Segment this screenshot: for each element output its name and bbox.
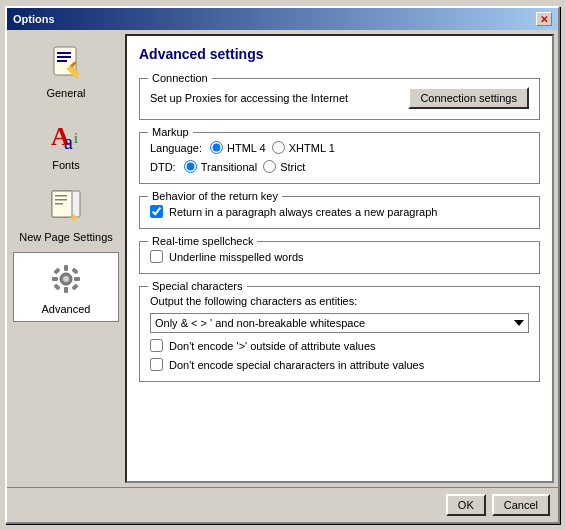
svg-rect-3 [57,60,67,62]
connection-legend: Connection [148,72,212,84]
svg-rect-16 [55,195,67,197]
html4-radio[interactable] [210,141,223,154]
page-title: Advanced settings [139,46,540,62]
sidebar-item-advanced[interactable]: Advanced [13,252,119,322]
svg-rect-25 [74,277,80,281]
svg-point-21 [63,276,69,282]
special-chars-checkbox1-option[interactable]: Don't encode '>' outside of attribute va… [150,339,529,352]
ok-button[interactable]: OK [446,494,486,516]
sidebar-item-new-page-settings[interactable]: ✦ New Page Settings [13,180,119,250]
svg-rect-22 [64,265,68,271]
bottom-bar: OK Cancel [7,487,558,522]
special-chars-select[interactable]: Only & < > ' and non-breakable whitespac… [150,313,529,333]
special-chars-description: Output the following characters as entit… [150,295,529,307]
special-chars-checkbox2[interactable] [150,358,163,371]
spellcheck-checkbox[interactable] [150,250,163,263]
cancel-button[interactable]: Cancel [492,494,550,516]
spellcheck-group: Real-time spellcheck Underline misspelle… [139,241,540,274]
title-bar: Options ✕ [7,8,558,30]
return-key-checkbox[interactable] [150,205,163,218]
html4-label: HTML 4 [227,142,266,154]
strict-radio[interactable] [263,160,276,173]
svg-rect-18 [55,203,63,205]
strict-label: Strict [280,161,305,173]
return-key-legend: Behavior of the return key [148,190,282,202]
svg-text:i: i [74,131,78,146]
special-chars-checkbox1-label: Don't encode '>' outside of attribute va… [169,340,376,352]
connection-settings-button[interactable]: Connection settings [408,87,529,109]
return-key-group: Behavior of the return key Return in a p… [139,196,540,229]
sidebar-label-new-page-settings: New Page Settings [19,231,113,243]
special-chars-legend: Special characters [148,280,247,292]
return-key-label: Return in a paragraph always creates a n… [169,206,437,218]
special-chars-checkbox2-label: Don't encode special chararacters in att… [169,359,424,371]
markup-group: Markup Language: HTML 4 XHTML 1 [139,132,540,184]
dtd-row: DTD: Transitional Strict [150,160,529,173]
sidebar: General A a i Fonts [11,34,121,483]
svg-rect-23 [64,287,68,293]
spellcheck-checkbox-option[interactable]: Underline misspelled words [150,250,529,263]
transitional-label: Transitional [201,161,257,173]
spellcheck-label: Underline misspelled words [169,251,304,263]
main-content: Advanced settings Connection Set up Prox… [125,34,554,483]
svg-rect-2 [57,56,71,58]
language-label: Language: [150,142,202,154]
svg-text:a: a [64,131,73,153]
svg-text:✦: ✦ [68,210,80,226]
special-chars-checkbox2-option[interactable]: Don't encode special chararacters in att… [150,358,529,371]
newpage-icon: ✦ [46,187,86,227]
connection-description: Set up Proxies for accessing the Interne… [150,92,348,104]
sidebar-item-fonts[interactable]: A a i Fonts [13,108,119,178]
html4-option[interactable]: HTML 4 [210,141,266,154]
svg-rect-28 [53,283,60,290]
close-button[interactable]: ✕ [536,12,552,26]
spellcheck-legend: Real-time spellcheck [148,235,257,247]
special-chars-checkbox1[interactable] [150,339,163,352]
svg-rect-29 [71,283,78,290]
general-icon [46,43,86,83]
connection-group: Connection Set up Proxies for accessing … [139,78,540,120]
dtd-radio-group: Transitional Strict [184,160,306,173]
sidebar-label-advanced: Advanced [42,303,91,315]
options-window: Options ✕ [5,6,560,524]
sidebar-label-general: General [46,87,85,99]
svg-rect-17 [55,199,67,201]
connection-row: Set up Proxies for accessing the Interne… [150,87,529,109]
dtd-label: DTD: [150,161,176,173]
window-title: Options [13,13,55,25]
transitional-radio[interactable] [184,160,197,173]
svg-rect-26 [53,267,60,274]
svg-rect-27 [71,267,78,274]
transitional-option[interactable]: Transitional [184,160,257,173]
strict-option[interactable]: Strict [263,160,305,173]
special-chars-group: Special characters Output the following … [139,286,540,382]
svg-rect-1 [57,52,71,54]
markup-legend: Markup [148,126,193,138]
fonts-icon: A a i [46,115,86,155]
language-radio-group: HTML 4 XHTML 1 [210,141,335,154]
sidebar-item-general[interactable]: General [13,36,119,106]
xhtml1-radio[interactable] [272,141,285,154]
return-key-checkbox-option[interactable]: Return in a paragraph always creates a n… [150,205,529,218]
language-row: Language: HTML 4 XHTML 1 [150,141,529,154]
svg-rect-24 [52,277,58,281]
xhtml1-option[interactable]: XHTML 1 [272,141,335,154]
sidebar-label-fonts: Fonts [52,159,80,171]
window-body: General A a i Fonts [7,30,558,487]
xhtml1-label: XHTML 1 [289,142,335,154]
advanced-icon [46,259,86,299]
